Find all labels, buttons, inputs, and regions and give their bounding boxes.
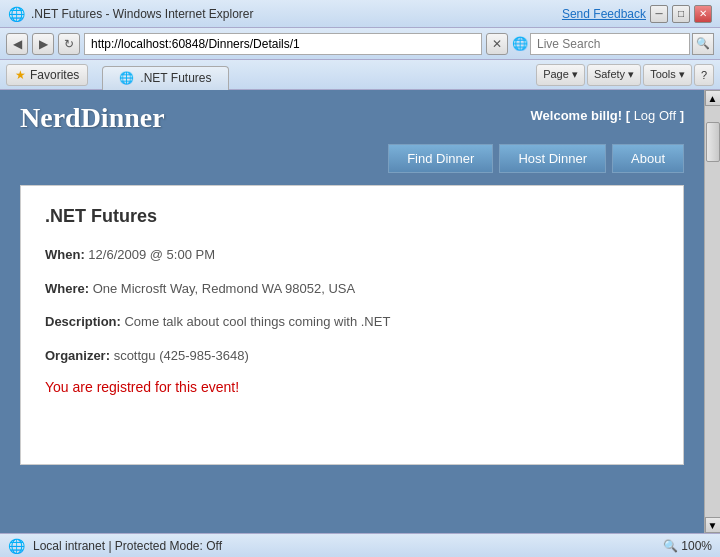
scroll-thumb[interactable] xyxy=(706,122,720,162)
organizer-field: Organizer: scottgu (425-985-3648) xyxy=(45,346,659,366)
title-bar-left: 🌐 .NET Futures - Windows Internet Explor… xyxy=(8,6,254,22)
welcome-text: Welcome xyxy=(531,108,588,123)
window-title: .NET Futures - Windows Internet Explorer xyxy=(31,7,254,21)
send-feedback-link[interactable]: Send Feedback xyxy=(562,7,646,21)
search-box-container: 🌐 🔍 xyxy=(512,33,714,55)
search-button[interactable]: 🔍 xyxy=(692,33,714,55)
star-icon: ★ xyxy=(15,68,26,82)
description-label: Description: xyxy=(45,314,121,329)
organizer-value: scottgu (425-985-3648) xyxy=(114,348,249,363)
scroll-down-arrow[interactable]: ▼ xyxy=(705,517,721,533)
registered-message: You are registred for this event! xyxy=(45,379,659,395)
where-value: One Microsft Way, Redmond WA 98052, USA xyxy=(93,281,356,296)
nerd-dinner-page: NerdDinner Welcome billg! [ Log Off ] Fi… xyxy=(0,90,704,533)
host-dinner-button[interactable]: Host Dinner xyxy=(499,144,606,173)
zone-icon: 🌐 xyxy=(8,538,25,554)
scroll-up-arrow[interactable]: ▲ xyxy=(705,90,721,106)
description-field: Description: Come talk about cool things… xyxy=(45,312,659,332)
toolbar: ★ Favorites 🌐 .NET Futures Page ▾ Safety… xyxy=(0,60,720,90)
back-button[interactable]: ◀ xyxy=(6,33,28,55)
dinner-title: .NET Futures xyxy=(45,206,659,227)
ie-icon: 🌐 xyxy=(8,6,25,22)
tab-strip: 🌐 .NET Futures xyxy=(92,60,532,90)
find-dinner-button[interactable]: Find Dinner xyxy=(388,144,493,173)
favorites-button[interactable]: ★ Favorites xyxy=(6,64,88,86)
tools-button[interactable]: Tools ▾ xyxy=(643,64,692,86)
browser-content: NerdDinner Welcome billg! [ Log Off ] Fi… xyxy=(0,90,720,533)
description-value: Come talk about cool things coming with … xyxy=(124,314,390,329)
title-bar-right: Send Feedback ─ □ ✕ xyxy=(562,5,712,23)
nd-nav: Find Dinner Host Dinner About xyxy=(0,134,704,173)
title-bar: 🌐 .NET Futures - Windows Internet Explor… xyxy=(0,0,720,28)
browser-tab[interactable]: 🌐 .NET Futures xyxy=(102,66,228,90)
scrollbar[interactable]: ▲ ▼ xyxy=(704,90,720,533)
maximize-button[interactable]: □ xyxy=(672,5,690,23)
stop-button[interactable]: ✕ xyxy=(486,33,508,55)
nd-header: NerdDinner Welcome billg! [ Log Off ] xyxy=(0,90,704,134)
toolbar-buttons: Page ▾ Safety ▾ Tools ▾ ? xyxy=(536,64,714,86)
forward-button[interactable]: ▶ xyxy=(32,33,54,55)
search-input[interactable] xyxy=(530,33,690,55)
safety-button[interactable]: Safety ▾ xyxy=(587,64,641,86)
address-input[interactable] xyxy=(84,33,482,55)
status-bar: 🌐 Local intranet | Protected Mode: Off 🔍… xyxy=(0,533,720,557)
page-area: NerdDinner Welcome billg! [ Log Off ] Fi… xyxy=(0,90,704,533)
page-button[interactable]: Page ▾ xyxy=(536,64,585,86)
about-button[interactable]: About xyxy=(612,144,684,173)
help-button[interactable]: ? xyxy=(694,64,714,86)
where-field: Where: One Microsft Way, Redmond WA 9805… xyxy=(45,279,659,299)
zoom-text: 🔍 100% xyxy=(663,539,712,553)
refresh-button[interactable]: ↻ xyxy=(58,33,80,55)
close-button[interactable]: ✕ xyxy=(694,5,712,23)
when-label: When: xyxy=(45,247,85,262)
address-bar: ◀ ▶ ↻ ✕ 🌐 🔍 xyxy=(0,28,720,60)
minimize-button[interactable]: ─ xyxy=(650,5,668,23)
live-search-icon: 🌐 xyxy=(512,36,528,51)
username: billg xyxy=(591,108,618,123)
when-value: 12/6/2009 @ 5:00 PM xyxy=(88,247,215,262)
tab-label: .NET Futures xyxy=(140,71,211,85)
nd-logo: NerdDinner xyxy=(20,102,165,134)
where-label: Where: xyxy=(45,281,89,296)
zoom-control[interactable]: 🔍 100% xyxy=(663,539,712,553)
nd-user-area: Welcome billg! [ Log Off ] xyxy=(531,102,684,123)
zone-text: Local intranet | Protected Mode: Off xyxy=(33,539,222,553)
tab-icon: 🌐 xyxy=(119,71,134,85)
organizer-label: Organizer: xyxy=(45,348,110,363)
nd-content: .NET Futures When: 12/6/2009 @ 5:00 PM W… xyxy=(20,185,684,465)
logoff-link[interactable]: Log Off xyxy=(634,108,676,123)
when-field: When: 12/6/2009 @ 5:00 PM xyxy=(45,245,659,265)
